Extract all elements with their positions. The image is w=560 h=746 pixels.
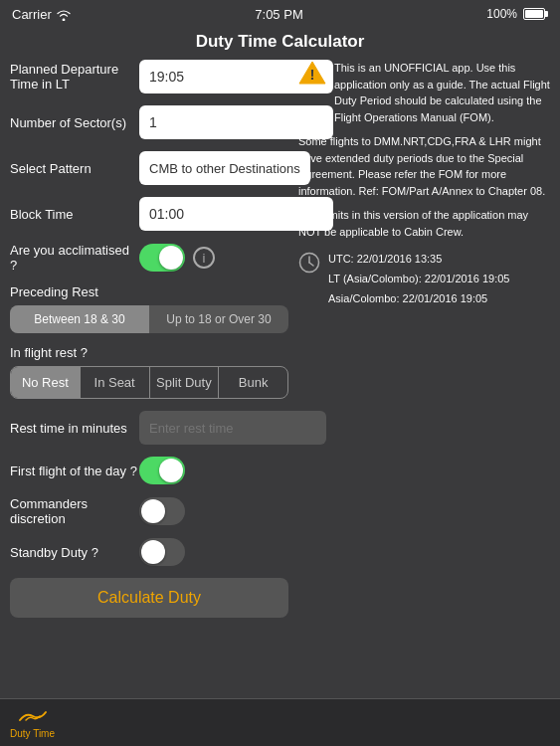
tab-in-seat[interactable]: In Seat (81, 367, 150, 398)
commanders-label: Commanders discretion (10, 496, 139, 526)
block-time-row: Block Time (10, 197, 288, 231)
first-flight-toggle[interactable] (139, 457, 185, 484)
standby-label: Standby Duty ? (10, 545, 139, 560)
status-right: 100% (486, 7, 548, 21)
seg-upto-18-over-30[interactable]: Up to 18 or Over 30 (149, 305, 288, 333)
planned-departure-label: Planned Departure Time in LT (10, 62, 139, 92)
standby-toggle[interactable] (139, 538, 185, 566)
title-bar: Duty Time Calculator (0, 28, 560, 60)
acclimatised-row: Are you acclimatised ? i (10, 243, 288, 273)
sectors-row: Number of Sector(s) (10, 105, 288, 139)
inflight-rest-label: In flight rest ? (10, 345, 288, 360)
calc-btn-container: Calculate Duty (10, 578, 288, 618)
seg-between-18-30[interactable]: Between 18 & 30 (10, 305, 149, 333)
info-icon[interactable]: i (193, 247, 215, 269)
lt-time: LT (Asia/Colombo): 22/01/2016 19:05 (328, 270, 509, 289)
acclimatised-label: Are you acclimatised ? (10, 243, 139, 273)
rest-time-label: Rest time in minutes (10, 421, 139, 436)
warning-text: This is an UNOFFICIAL app. Use this appl… (334, 60, 550, 125)
utc-time: UTC: 22/01/2016 13:35 (328, 250, 509, 270)
tab-no-rest[interactable]: No Rest (11, 367, 81, 398)
planned-departure-row: Planned Departure Time in LT (10, 60, 288, 93)
inflight-rest-section: In flight rest ? No Rest In Seat Split D… (10, 345, 288, 399)
first-flight-row: First flight of the day ? (10, 457, 288, 484)
preceding-rest-section: Preceding Rest Between 18 & 30 Up to 18 … (10, 284, 288, 333)
standby-row: Standby Duty ? (10, 538, 288, 566)
battery-percent: 100% (486, 7, 517, 21)
svg-line-4 (309, 263, 313, 266)
wifi-icon (56, 7, 72, 21)
pattern-label: Select Pattern (10, 161, 139, 176)
carrier-label: Carrier (12, 7, 52, 22)
asia-time: Asia/Colombo: 22/01/2016 19:05 (328, 289, 509, 309)
preceding-rest-label: Preceding Rest (10, 284, 288, 299)
duty-time-icon (18, 706, 48, 726)
svg-text:!: ! (310, 66, 315, 83)
tab-split-duty[interactable]: Split Duty (150, 367, 220, 398)
calculate-duty-button[interactable]: Calculate Duty (10, 578, 288, 618)
info-text-1: Some flights to DMM.NRT,CDG,FRA & LHR mi… (298, 133, 550, 199)
pattern-select[interactable]: CMB to other Destinations Other (139, 151, 310, 185)
commanders-toggle[interactable] (139, 497, 185, 525)
preceding-rest-segmented: Between 18 & 30 Up to 18 or Over 30 (10, 305, 288, 333)
right-panel: ! This is an UNOFFICIAL app. Use this ap… (298, 60, 550, 618)
app-title: Duty Time Calculator (196, 32, 365, 51)
warning-box: ! This is an UNOFFICIAL app. Use this ap… (298, 60, 550, 240)
left-panel: Planned Departure Time in LT Number of S… (10, 60, 288, 618)
toggle-knob (159, 246, 183, 270)
rest-time-row: Rest time in minutes (10, 411, 288, 445)
battery-icon (523, 8, 548, 20)
warning-header: ! This is an UNOFFICIAL app. Use this ap… (298, 60, 550, 125)
status-bar: Carrier 7:05 PM 100% (0, 0, 560, 28)
sectors-label: Number of Sector(s) (10, 115, 139, 130)
time-box: UTC: 22/01/2016 13:35 LT (Asia/Colombo):… (298, 250, 550, 308)
first-flight-label: First flight of the day ? (10, 464, 139, 478)
time-info: UTC: 22/01/2016 13:35 LT (Asia/Colombo):… (328, 250, 509, 308)
bottom-nav-duty-time[interactable]: Duty Time (10, 706, 55, 739)
first-flight-knob (159, 459, 183, 482)
bottom-bar: Duty Time (0, 698, 560, 746)
info-text-2: The Limits in this version of the applic… (298, 207, 550, 240)
commanders-knob (141, 499, 165, 523)
status-left: Carrier (12, 7, 72, 22)
acclimatised-toggle[interactable] (139, 244, 185, 272)
acclimatised-toggle-container: i (139, 244, 215, 272)
commanders-row: Commanders discretion (10, 496, 288, 526)
warning-icon: ! (298, 60, 326, 86)
tab-bunk[interactable]: Bunk (219, 367, 287, 398)
block-time-label: Block Time (10, 207, 139, 222)
clock-icon (298, 252, 320, 274)
pattern-row: Select Pattern CMB to other Destinations… (10, 151, 288, 185)
time-display: 7:05 PM (255, 7, 302, 22)
bottom-nav-label: Duty Time (10, 728, 55, 739)
main-container: Planned Departure Time in LT Number of S… (0, 60, 560, 618)
inflight-rest-tabs: No Rest In Seat Split Duty Bunk (10, 366, 288, 399)
standby-knob (141, 540, 165, 564)
